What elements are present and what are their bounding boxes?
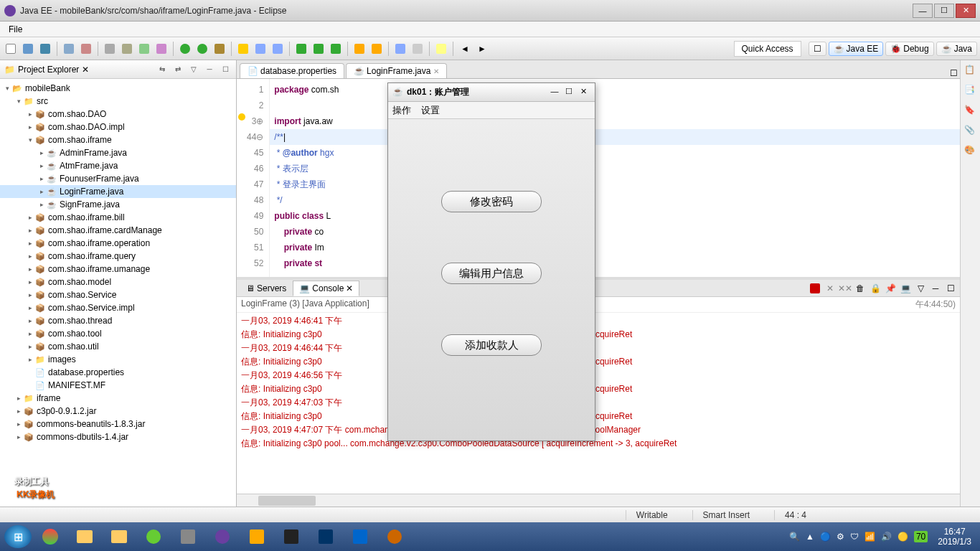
add-payee-button[interactable]: 添加收款人 — [441, 334, 542, 356]
tree-package-open[interactable]: ▾📦com.shao.iframe — [0, 133, 236, 146]
perspective-java[interactable]: ☕ Java — [936, 42, 977, 56]
tray-icon[interactable]: 🛡 — [850, 532, 859, 542]
perspective-javaee[interactable]: ☕ Java EE — [829, 42, 884, 56]
editor-tab[interactable]: 📄database.properties — [240, 63, 344, 78]
tray-icon[interactable]: ▲ — [806, 532, 814, 542]
tree-folder[interactable]: ▸📁iframe — [0, 392, 236, 405]
toolbar-btn[interactable] — [270, 41, 286, 57]
toolbar-btn[interactable] — [102, 41, 118, 57]
maximize-console-icon[interactable]: ☐ — [944, 282, 957, 295]
markers-icon[interactable]: 🔖 — [964, 105, 977, 118]
taskbar-item[interactable] — [138, 524, 169, 549]
toolbar-btn[interactable] — [293, 41, 309, 57]
minimize-button[interactable]: — — [913, 4, 933, 18]
tree-file[interactable]: 📄database.properties — [0, 366, 236, 379]
toolbar-btn[interactable] — [78, 41, 94, 57]
tree-package[interactable]: ▸📦com.shao.iframe.operation — [0, 237, 236, 250]
start-button[interactable]: ⊞ — [4, 525, 32, 548]
tree-jar[interactable]: ▸📦commons-dbutils-1.4.jar — [0, 430, 236, 443]
tree-jar[interactable]: ▸📦c3p0-0.9.1.2.jar — [0, 405, 236, 418]
clear-console-button[interactable]: 🗑 — [854, 282, 867, 295]
collapse-all-icon[interactable]: ⇆ — [156, 63, 169, 76]
search-button[interactable] — [433, 41, 449, 57]
tree-package[interactable]: ▸📦com.shao.iframe.bill — [0, 211, 236, 224]
dialog-maximize-button[interactable]: ☐ — [562, 87, 576, 98]
toolbar-btn[interactable] — [392, 41, 408, 57]
tree-package[interactable]: ▸📦com.shao.thread — [0, 314, 236, 327]
taskbar-photoshop[interactable] — [310, 524, 341, 549]
scroll-lock-button[interactable]: 🔒 — [869, 282, 882, 295]
terminate-button[interactable] — [809, 282, 821, 295]
save-all-button[interactable] — [37, 41, 53, 57]
tray-icon[interactable]: ⚙ — [837, 532, 844, 542]
code-editor[interactable]: 1 2 3⊕ 44⊖ 45 46 47 48 49 50 51 52 packa… — [237, 79, 960, 280]
taskbar-clock[interactable]: 16:47 2019/1/3 — [933, 527, 976, 547]
tray-search-icon[interactable]: 🔍 — [789, 532, 800, 542]
tray-volume-icon[interactable]: 🔊 — [881, 532, 892, 542]
tree-java-file[interactable]: ▸☕SignFrame.java — [0, 198, 236, 211]
tree-package[interactable]: ▸📦com.shao.tool — [0, 327, 236, 340]
quick-access[interactable]: Quick Access — [734, 41, 801, 57]
tree-file[interactable]: 📄MANIFEST.MF — [0, 379, 236, 392]
toolbar-btn[interactable] — [235, 41, 251, 57]
toolbar-btn[interactable] — [136, 41, 152, 57]
tree-package[interactable]: ▸📦com.shao.iframe.query — [0, 250, 236, 263]
palette-icon[interactable]: 🎨 — [964, 145, 977, 158]
project-tree[interactable]: ▾📂mobileBank ▾📁src ▸📦com.shao.DAO ▸📦com.… — [0, 79, 236, 507]
tree-package[interactable]: ▸📦com.shao.util — [0, 340, 236, 353]
save-button[interactable] — [20, 41, 36, 57]
snippets-icon[interactable]: 📎 — [964, 125, 977, 138]
outline-icon[interactable]: 📋 — [964, 65, 977, 77]
tray-network-icon[interactable]: 📶 — [864, 532, 875, 542]
toolbar-btn[interactable] — [311, 41, 326, 57]
toolbar-btn[interactable] — [212, 41, 227, 57]
task-list-icon[interactable]: 📑 — [964, 85, 977, 98]
toolbar-btn[interactable] — [410, 41, 425, 57]
taskbar-chrome[interactable] — [34, 524, 66, 549]
console-output[interactable]: 一月03, 2019 4:46:41 下午 tPoolBackedDataSou… — [237, 313, 960, 494]
edit-user-info-button[interactable]: 编辑用户信息 — [441, 263, 542, 284]
toolbar-btn[interactable] — [253, 41, 268, 57]
link-editor-icon[interactable]: ⇄ — [171, 63, 184, 76]
editor-tab-active[interactable]: ☕LoginFrame.java✕ — [346, 63, 447, 78]
tree-java-file[interactable]: ▸☕AdminFrame.java — [0, 146, 236, 159]
toolbar-btn[interactable] — [352, 41, 367, 57]
maximize-view-icon[interactable]: ☐ — [219, 63, 232, 76]
minimize-view-icon[interactable]: ─ — [203, 63, 216, 76]
debug-button[interactable] — [177, 41, 193, 57]
taskbar-item[interactable] — [379, 524, 410, 549]
toolbar-btn[interactable] — [154, 41, 169, 57]
taskbar-item[interactable] — [172, 524, 204, 549]
tree-package[interactable]: ▸📦com.shao.Service — [0, 288, 236, 301]
dialog-menu-operate[interactable]: 操作 — [392, 104, 411, 117]
toolbar-btn[interactable] — [61, 41, 77, 57]
taskbar-eclipse[interactable] — [207, 524, 238, 549]
tree-package[interactable]: ▸📦com.shao.iframe.umanage — [0, 263, 236, 276]
change-password-button[interactable]: 修改密码 — [441, 191, 542, 212]
tree-src[interactable]: ▾📁src — [0, 95, 236, 108]
tray-icon[interactable]: 🔵 — [820, 532, 831, 542]
system-tray[interactable]: 🔍 ▲ 🔵 ⚙ 🛡 📶 🔊 🟡 70 16:47 2019/1/3 — [789, 527, 976, 547]
forward-button[interactable]: ► — [474, 41, 490, 57]
tree-package[interactable]: ▸📦com.shao.DAO — [0, 108, 236, 121]
tray-battery-icon[interactable]: 70 — [914, 531, 928, 542]
run-button[interactable] — [194, 41, 210, 57]
new-button[interactable] — [3, 41, 19, 57]
display-console-button[interactable]: 💻 — [899, 282, 912, 295]
tree-package[interactable]: ▸📦com.shao.model — [0, 276, 236, 288]
tray-icon[interactable]: 🟡 — [897, 532, 908, 542]
console-scrollbar[interactable] — [237, 494, 960, 507]
menu-file[interactable]: File — [3, 23, 28, 36]
maximize-button[interactable]: ☐ — [934, 4, 954, 18]
tree-package[interactable]: ▸📦com.shao.DAO.impl — [0, 121, 236, 133]
tree-java-file[interactable]: ▸☕AtmFrame.java — [0, 159, 236, 172]
servers-tab[interactable]: 🖥 Servers — [240, 281, 293, 296]
remove-launch-button[interactable]: ✕ — [824, 282, 837, 295]
taskbar-item[interactable] — [103, 524, 135, 549]
code-content[interactable]: package com.sh import java.aw /** * @aut… — [270, 79, 960, 277]
tree-package[interactable]: ▸📦com.shao.iframe.cardManage — [0, 224, 236, 237]
toolbar-btn[interactable] — [369, 41, 385, 57]
tree-folder[interactable]: ▸📁images — [0, 353, 236, 366]
toolbar-btn[interactable] — [328, 41, 344, 57]
taskbar-wps[interactable] — [344, 524, 376, 549]
